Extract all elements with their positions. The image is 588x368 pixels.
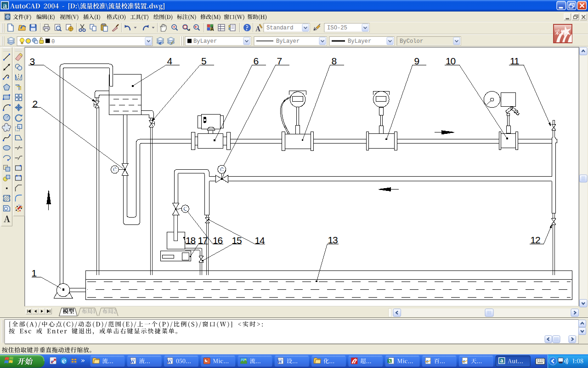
svg-text:0: 0 [51,39,55,45]
svg-text:e: e [426,358,429,364]
svg-text:ByLayer: ByLayer [348,38,371,45]
svg-text:ByLayer: ByLayer [276,38,300,45]
svg-text:ISO-25: ISO-25 [327,25,347,31]
svg-text:13: 13 [328,235,338,245]
svg-text:ByColor: ByColor [400,38,423,45]
svg-text:X: X [388,359,391,363]
svg-text:W: W [167,359,172,364]
svg-text:e: e [463,358,466,364]
svg-text:Standard: Standard [266,25,294,31]
svg-text:W: W [130,359,135,364]
svg-text:1: 1 [32,268,37,278]
svg-text:W: W [277,359,283,364]
svg-text:ByLayer: ByLayer [193,38,217,45]
svg-text:a: a [500,357,503,364]
